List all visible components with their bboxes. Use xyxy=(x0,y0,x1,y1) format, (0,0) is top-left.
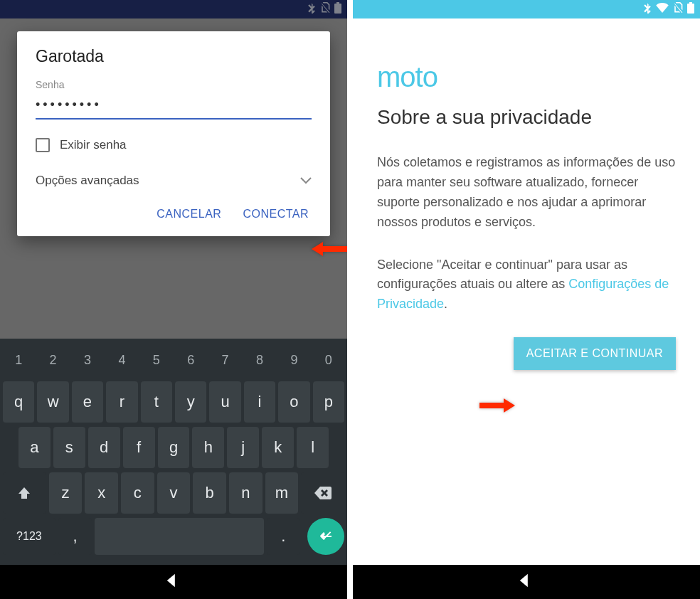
key-i[interactable]: i xyxy=(244,381,275,423)
key-y[interactable]: y xyxy=(175,381,206,423)
nav-bar xyxy=(353,565,700,599)
privacy-paragraph-1: Nós coletamos e registramos as informaçõ… xyxy=(377,153,676,233)
privacy-title: Sobre a sua privacidade xyxy=(377,106,676,129)
key-7[interactable]: 7 xyxy=(209,343,240,377)
keyboard-row-1: q w e r t y u i o p xyxy=(3,381,344,423)
accept-continue-button[interactable]: ACEITAR E CONTINUAR xyxy=(514,337,676,370)
keyboard-row-2: a s d f g h j k l xyxy=(3,427,344,468)
key-0[interactable]: 0 xyxy=(313,343,344,377)
key-l[interactable]: l xyxy=(297,427,329,468)
key-enter[interactable] xyxy=(307,518,344,555)
battery-icon xyxy=(687,2,694,16)
nav-bar xyxy=(0,565,347,599)
key-a[interactable]: a xyxy=(18,427,51,468)
key-backspace[interactable] xyxy=(301,472,344,514)
password-input[interactable] xyxy=(36,93,312,120)
key-m[interactable]: m xyxy=(265,472,299,514)
privacy-content: moto Sobre a sua privacidade Nós coletam… xyxy=(353,18,700,370)
onscreen-keyboard: 1 2 3 4 5 6 7 8 9 0 q w e r t y u i o p … xyxy=(0,339,347,565)
phone-privacy-screen: moto Sobre a sua privacidade Nós coletam… xyxy=(353,0,700,599)
key-h[interactable]: h xyxy=(192,427,224,468)
wifi-icon xyxy=(656,3,669,16)
privacy-paragraph-2: Selecione "Aceitar e continuar" para usa… xyxy=(377,255,676,315)
keyboard-row-4: ?123 , . xyxy=(3,518,344,555)
key-e[interactable]: e xyxy=(72,381,103,423)
key-f[interactable]: f xyxy=(123,427,155,468)
advanced-options-label: Opções avançadas xyxy=(36,174,139,188)
key-1[interactable]: 1 xyxy=(3,343,34,377)
show-password-checkbox[interactable] xyxy=(36,138,50,152)
connect-button[interactable]: CONECTAR xyxy=(243,208,309,221)
privacy-para2-b: . xyxy=(444,297,447,311)
key-2[interactable]: 2 xyxy=(37,343,68,377)
key-6[interactable]: 6 xyxy=(175,343,206,377)
nav-back-icon[interactable] xyxy=(166,573,181,591)
key-period[interactable]: . xyxy=(267,518,300,555)
key-d[interactable]: d xyxy=(88,427,120,468)
key-5[interactable]: 5 xyxy=(141,343,172,377)
keyboard-row-3: z x c v b n m xyxy=(3,472,344,514)
moto-logo: moto xyxy=(377,61,676,93)
key-w[interactable]: w xyxy=(37,381,68,423)
key-u[interactable]: u xyxy=(209,381,240,423)
key-3[interactable]: 3 xyxy=(72,343,103,377)
key-space[interactable] xyxy=(95,518,263,555)
cancel-button[interactable]: CANCELAR xyxy=(157,208,221,221)
key-q[interactable]: q xyxy=(3,381,34,423)
dialog-title: Garotada xyxy=(36,47,312,66)
key-n[interactable]: n xyxy=(229,472,262,514)
advanced-options-row[interactable]: Opções avançadas xyxy=(36,168,312,201)
annotation-arrow-accept xyxy=(479,398,515,413)
annotation-arrow-connect xyxy=(312,242,347,256)
show-password-label: Exibir senha xyxy=(60,138,127,152)
key-g[interactable]: g xyxy=(158,427,190,468)
key-9[interactable]: 9 xyxy=(278,343,309,377)
key-comma[interactable]: , xyxy=(58,518,92,555)
key-t[interactable]: t xyxy=(141,381,172,423)
key-o[interactable]: o xyxy=(278,381,309,423)
key-r[interactable]: r xyxy=(106,381,137,423)
key-symbols[interactable]: ?123 xyxy=(3,518,55,555)
dialog-actions: CANCELAR CONECTAR xyxy=(36,201,312,229)
password-label: Senha xyxy=(36,79,312,90)
bluetooth-icon xyxy=(643,2,652,16)
key-x[interactable]: x xyxy=(85,472,118,514)
key-v[interactable]: v xyxy=(157,472,191,514)
phone-wifi-dialog: Garotada Senha Exibir senha Opções avanç… xyxy=(0,0,347,599)
key-4[interactable]: 4 xyxy=(106,343,137,377)
key-b[interactable]: b xyxy=(193,472,226,514)
key-j[interactable]: j xyxy=(227,427,259,468)
wifi-password-dialog: Garotada Senha Exibir senha Opções avanç… xyxy=(17,31,330,236)
key-shift[interactable] xyxy=(3,472,46,514)
no-sim-icon xyxy=(673,2,683,16)
key-z[interactable]: z xyxy=(49,472,83,514)
key-8[interactable]: 8 xyxy=(244,343,275,377)
key-k[interactable]: k xyxy=(262,427,294,468)
nav-back-icon[interactable] xyxy=(519,573,534,591)
keyboard-number-row: 1 2 3 4 5 6 7 8 9 0 xyxy=(3,343,344,377)
status-bar xyxy=(353,0,700,18)
key-p[interactable]: p xyxy=(313,381,344,423)
show-password-row[interactable]: Exibir senha xyxy=(36,138,312,152)
key-c[interactable]: c xyxy=(121,472,154,514)
chevron-down-icon xyxy=(300,174,312,188)
key-s[interactable]: s xyxy=(53,427,85,468)
